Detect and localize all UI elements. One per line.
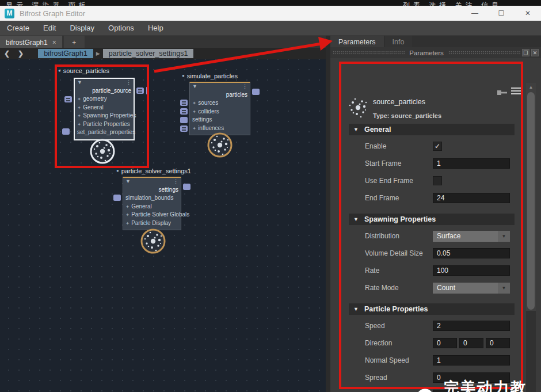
menu-item-help[interactable]: Help (141, 24, 170, 32)
star-icon: ✦ (192, 100, 196, 106)
node-graph-canvas[interactable]: ●source_particles ▼ ⋮ particle_source ✦g… (0, 59, 326, 392)
input-port-influences[interactable] (180, 125, 188, 132)
panel-header[interactable]: Parameters ❐ ✕ (330, 47, 541, 58)
input-port-geometry[interactable] (64, 96, 72, 102)
breadcrumb-separator-icon: ▶ (93, 51, 103, 56)
node-row-settings[interactable]: settings (192, 116, 247, 124)
input-port-set-particle-properties[interactable] (62, 128, 70, 135)
distribution-select[interactable]: Surface▼ (433, 231, 510, 242)
forward-arrow-icon[interactable]: ❯ (14, 50, 28, 58)
rate-mode-select[interactable]: Count▼ (433, 283, 510, 294)
menu-item-options[interactable]: Options (101, 24, 141, 32)
section-header-particle-properties[interactable]: ▼Particle Properties (349, 303, 515, 315)
node-menu-dots-icon[interactable]: ⋮ (126, 79, 131, 87)
tab-close-icon[interactable]: × (52, 39, 56, 47)
section-collapse-icon[interactable]: ▼ (349, 127, 364, 132)
node-row-particle-solver-globals[interactable]: ✦Particle Solver Globals (125, 211, 178, 219)
scrollbar-thumb[interactable] (527, 92, 535, 310)
param-label: Rate Mode (365, 284, 433, 292)
scroll-up-icon[interactable]: ▲ (526, 83, 536, 91)
node-row-colliders[interactable]: ✦colliders (192, 108, 247, 116)
node-simulate-particles[interactable]: ▼ ⋮ particles ✦sources✦colliderssettings… (189, 82, 250, 135)
tab-bifrostgraph1[interactable]: bifrostGraph1 × (0, 36, 62, 48)
window-titlebar: M Bifrost Graph Editor — ☐ ✕ (0, 6, 541, 21)
node-row-general[interactable]: ✦General (77, 104, 131, 112)
param-label: Volume Detail Size (365, 249, 433, 257)
tab-info[interactable]: Info (384, 36, 413, 47)
node-menu-dots-icon[interactable]: ⋮ (173, 178, 178, 186)
maximize-button[interactable]: ☐ (488, 6, 515, 21)
minimize-button[interactable]: — (462, 6, 488, 21)
breadcrumb-item-root[interactable]: bifrostGraph1 (38, 49, 93, 58)
star-icon: ✦ (77, 96, 81, 102)
node-output-label[interactable]: particle_source (77, 87, 131, 95)
particle-preview-circle-icon (206, 131, 234, 159)
undock-panel-icon[interactable]: ❐ (522, 49, 529, 56)
node-source-particles[interactable]: ▼ ⋮ particle_source ✦geometry✦General✦Sp… (74, 78, 135, 140)
speed-input[interactable] (433, 321, 510, 331)
end-frame-input[interactable] (433, 193, 510, 203)
node-row-set-particle-properties[interactable]: set_particle_properties (77, 128, 131, 137)
input-port-sources[interactable] (180, 100, 188, 106)
drag-texture (448, 51, 520, 55)
node-state-dot-icon: ● (116, 168, 119, 173)
section-collapse-icon[interactable]: ▼ (349, 216, 364, 222)
direction-z-input[interactable] (486, 338, 510, 348)
close-panel-icon[interactable]: ✕ (531, 49, 539, 56)
watermark: 完美动力教育 (416, 378, 541, 392)
node-row-general[interactable]: ✦General (125, 203, 178, 211)
node-particle-solver-settings1[interactable]: ▼ ⋮ settings simulation_bounds✦General✦P… (123, 177, 181, 230)
node-output-label[interactable]: settings (125, 186, 178, 194)
menu-item-display[interactable]: Display (63, 24, 101, 32)
maya-logo-icon: M (5, 9, 14, 18)
star-icon: ✦ (192, 109, 196, 115)
menu-item-edit[interactable]: Edit (36, 24, 63, 32)
input-port-settings[interactable] (180, 117, 188, 123)
node-menu-dots-icon[interactable]: ⋮ (242, 83, 247, 91)
param-row-distribution: DistributionSurface▼ (365, 231, 510, 241)
panel-divider[interactable] (326, 36, 330, 392)
section-collapse-icon[interactable]: ▼ (349, 306, 364, 312)
menu-item-create[interactable]: Create (0, 24, 36, 32)
window-title: Bifrost Graph Editor (20, 9, 85, 18)
section-header-general[interactable]: ▼General (349, 124, 515, 135)
input-port-simulation-bounds[interactable] (113, 195, 121, 201)
tab-parameters[interactable]: Parameters (330, 36, 384, 47)
rate-input[interactable] (433, 265, 510, 276)
normal-speed-input[interactable] (433, 355, 510, 366)
node-row-spawning-properties[interactable]: ✦Spawning Properties (77, 112, 131, 120)
breadcrumb-item-child[interactable]: particle_solver_settings1 (103, 49, 194, 58)
node-row-particle-properties[interactable]: ✦Particle Properties (77, 120, 131, 129)
panel-scrollbar[interactable]: ▲ ▼ (526, 83, 536, 392)
output-port-particle-source[interactable] (136, 87, 144, 94)
close-button[interactable]: ✕ (515, 6, 541, 21)
panel-tab-bar: Parameters Info (330, 36, 541, 47)
panel-menu-icon[interactable] (511, 87, 521, 94)
output-port-particles[interactable] (252, 89, 260, 95)
node-output-label[interactable]: particles (192, 91, 247, 99)
enable-checkbox[interactable]: ✓ (433, 142, 442, 151)
direction-x-input[interactable] (433, 338, 457, 348)
select-arrow-icon[interactable]: ▼ (498, 231, 510, 242)
use-end-frame-checkbox[interactable] (433, 176, 442, 185)
node-row-geometry[interactable]: ✦geometry (77, 95, 131, 104)
collapse-chevron-icon[interactable]: ▼ (192, 83, 197, 91)
section-header-spawning-properties[interactable]: ▼Spawning Properties (349, 214, 515, 225)
node-row-particle-display[interactable]: ✦Particle Display (125, 219, 178, 228)
node-row-sources[interactable]: ✦sources (192, 99, 247, 108)
direction-y-input[interactable] (459, 338, 483, 348)
param-label: Use End Frame (365, 177, 433, 185)
select-arrow-icon[interactable]: ▼ (498, 283, 510, 294)
start-frame-input[interactable] (433, 158, 510, 169)
output-port-settings[interactable] (183, 184, 191, 190)
param-label: Distribution (365, 232, 433, 240)
volume-detail-size-input[interactable] (433, 248, 510, 258)
new-tab-button[interactable]: + (64, 36, 85, 48)
node-row-simulation-bounds[interactable]: simulation_bounds (125, 194, 178, 203)
back-arrow-icon[interactable]: ❮ (0, 50, 14, 58)
input-port-colliders[interactable] (180, 108, 188, 115)
collapse-chevron-icon[interactable]: ▼ (125, 178, 131, 186)
pin-icon[interactable] (496, 89, 509, 99)
node-title-source-particles: ●source_particles (58, 67, 109, 74)
collapse-chevron-icon[interactable]: ▼ (77, 79, 82, 87)
